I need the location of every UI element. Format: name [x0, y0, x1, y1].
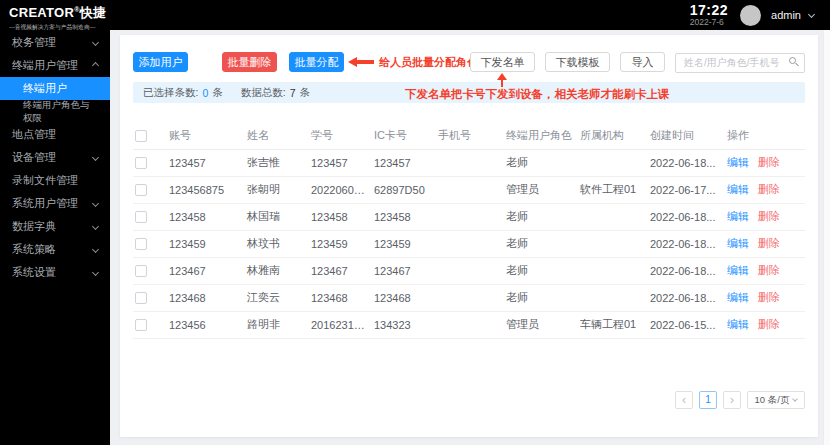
cell-role: 老师 [504, 203, 578, 230]
logo-subtitle: —音视频解决方案与产品制造商— [9, 23, 95, 31]
delete-link[interactable]: 删除 [758, 156, 780, 168]
sidebar-item-label: 终端用户管理 [12, 58, 78, 73]
cell-ic-card: 123459 [372, 230, 436, 257]
table-row: 123468 江奕云 123468 123468 老师 2022-06-18..… [133, 284, 805, 311]
row-checkbox[interactable] [135, 265, 147, 277]
sidebar-item-system-user-mgmt[interactable]: 系统用户管理 [0, 192, 110, 215]
cell-account: 123457 [167, 149, 245, 176]
username[interactable]: admin [771, 9, 801, 21]
cell-created: 2022-06-18... [648, 203, 725, 230]
selected-label: 已选择条数: [143, 86, 198, 100]
cell-student-no: 201623189... [309, 311, 372, 338]
cell-ic-card: 123457 [372, 149, 436, 176]
edit-link[interactable]: 编辑 [727, 237, 749, 249]
col-org: 所属机构 [578, 123, 648, 149]
search-input[interactable] [675, 53, 805, 73]
cell-ic-card: 62897D50 [372, 176, 436, 203]
row-checkbox[interactable] [135, 157, 147, 169]
page-size-label: 10 条/页 [755, 394, 790, 407]
cell-role: 管理员 [504, 176, 578, 203]
cell-org [578, 230, 648, 257]
app-window: 17:22 2022-7-6 admin CREATOR®快捷 —音视频解决方案… [0, 0, 830, 445]
send-list-button[interactable]: 下发名单 [470, 52, 535, 72]
row-checkbox[interactable] [135, 238, 147, 250]
clock-date: 2022-7-6 [690, 18, 728, 27]
sidebar-item-terminal-user-mgmt[interactable]: 终端用户管理 [0, 54, 110, 77]
sidebar-item-school-affairs[interactable]: 校务管理 [0, 31, 110, 54]
edit-link[interactable]: 编辑 [727, 156, 749, 168]
cell-student-no: 123468 [309, 284, 372, 311]
chevron-down-icon [92, 269, 99, 276]
delete-link[interactable]: 删除 [758, 237, 780, 249]
edit-link[interactable]: 编辑 [727, 318, 749, 330]
cell-created: 2022-06-18... [648, 284, 725, 311]
chevron-down-icon [92, 200, 99, 207]
cell-name: 路明非 [245, 311, 309, 338]
cell-ic-card: 123468 [372, 284, 436, 311]
select-all-checkbox[interactable] [135, 130, 147, 142]
cell-created: 2022-06-18... [648, 257, 725, 284]
col-name: 姓名 [245, 123, 309, 149]
delete-link[interactable]: 删除 [758, 318, 780, 330]
avatar[interactable] [740, 5, 761, 26]
row-checkbox[interactable] [135, 211, 147, 223]
cell-role: 老师 [504, 149, 578, 176]
total-unit: 条 [300, 86, 311, 100]
delete-link[interactable]: 删除 [758, 264, 780, 276]
main-panel: 添加用户 批量删除 批量分配 给人员批量分配角色 下发名单 下载模板 导入 下发… [120, 35, 818, 437]
table-row: 123458 林国瑞 123458 123458 老师 2022-06-18..… [133, 203, 805, 230]
edit-link[interactable]: 编辑 [727, 264, 749, 276]
cell-phone [436, 284, 504, 311]
edit-link[interactable]: 编辑 [727, 183, 749, 195]
sidebar-item-label: 系统策略 [12, 242, 56, 257]
delete-link[interactable]: 删除 [758, 183, 780, 195]
chevron-down-icon[interactable] [808, 10, 815, 17]
sidebar-nav: 校务管理 终端用户管理 终端用户 终端用户角色与权限 地点管理 设备管理 录制文… [0, 31, 110, 284]
search-icon[interactable] [789, 57, 796, 64]
prev-page-button[interactable]: ‹ [675, 391, 693, 409]
page-size-select[interactable]: 10 条/页 [747, 391, 805, 409]
annotation-arrow-left-icon [348, 57, 375, 67]
cell-phone [436, 149, 504, 176]
sidebar-item-system-policy[interactable]: 系统策略 [0, 238, 110, 261]
cell-org [578, 284, 648, 311]
chevron-down-icon [92, 154, 99, 161]
sidebar-item-recording-files[interactable]: 录制文件管理 [0, 169, 110, 192]
cell-name: 张吉惟 [245, 149, 309, 176]
col-created: 创建时间 [648, 123, 725, 149]
selected-count: 0 [202, 87, 208, 99]
edit-link[interactable]: 编辑 [727, 210, 749, 222]
row-checkbox[interactable] [135, 319, 147, 331]
cell-account: 123459 [167, 230, 245, 257]
sidebar-item-data-dictionary[interactable]: 数据字典 [0, 215, 110, 238]
cell-role: 老师 [504, 230, 578, 257]
col-ic-card: IC卡号 [372, 123, 436, 149]
edit-link[interactable]: 编辑 [727, 291, 749, 303]
toolbar: 添加用户 批量删除 批量分配 给人员批量分配角色 下发名单 下载模板 导入 [133, 52, 805, 72]
sidebar-item-location-mgmt[interactable]: 地点管理 [0, 123, 110, 146]
batch-delete-button[interactable]: 批量删除 [222, 52, 277, 72]
download-template-button[interactable]: 下载模板 [545, 52, 610, 72]
import-button[interactable]: 导入 [620, 52, 665, 72]
batch-assign-button[interactable]: 批量分配 [289, 52, 344, 72]
delete-link[interactable]: 删除 [758, 210, 780, 222]
next-page-button[interactable]: › [723, 391, 741, 409]
scrollbar[interactable] [823, 30, 830, 445]
logo-brand: CREATOR®快捷 [9, 4, 129, 22]
current-page-button[interactable]: 1 [699, 391, 717, 409]
cell-created: 2022-06-18... [648, 149, 725, 176]
sidebar-item-terminal-user-roles[interactable]: 终端用户角色与权限 [0, 100, 110, 123]
row-checkbox[interactable] [135, 184, 147, 196]
add-user-button[interactable]: 添加用户 [133, 52, 188, 72]
sidebar-item-terminal-users[interactable]: 终端用户 [0, 77, 110, 100]
sidebar-item-label: 终端用户角色与权限 [23, 99, 98, 125]
delete-link[interactable]: 删除 [758, 291, 780, 303]
col-actions: 操作 [725, 123, 805, 149]
clock-time: 17:22 [690, 3, 728, 18]
chevron-down-icon [92, 246, 99, 253]
user-table: 账号 姓名 学号 IC卡号 手机号 终端用户角色 所属机构 创建时间 操作 12… [133, 123, 805, 339]
sidebar-item-device-mgmt[interactable]: 设备管理 [0, 146, 110, 169]
cell-name: 林玟书 [245, 230, 309, 257]
sidebar-item-system-settings[interactable]: 系统设置 [0, 261, 110, 284]
row-checkbox[interactable] [135, 292, 147, 304]
